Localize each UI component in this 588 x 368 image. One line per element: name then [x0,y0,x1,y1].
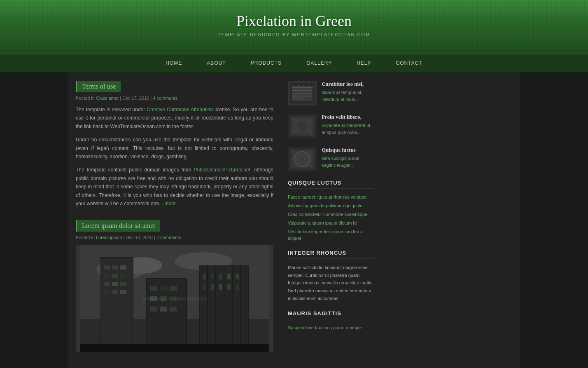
site-title: Pixelation in Green [0,12,588,30]
sidebar-thumb-3 [288,147,317,171]
post-comments-terms[interactable]: 4 comments [153,96,177,101]
svg-rect-9 [120,265,126,270]
svg-rect-66 [298,122,306,130]
main-content: Terms of use Posted in Class amet | Dec … [68,73,282,368]
svg-rect-45 [227,284,231,290]
svg-rect-23 [170,286,177,291]
sidebar-mauris-links: Suspendisse faucibus purus a neque [288,324,374,331]
site-subtitle: TEMPLATE DESIGNED BY WEBTEMPLATEOCEAN.CO… [0,32,588,37]
svg-rect-55 [292,96,313,96]
svg-point-60 [310,84,312,86]
sidebar-item-2-link1[interactable]: vulputate ac hendrerit ut, [322,122,374,129]
svg-rect-38 [211,274,214,279]
sidebar-item-2-title: Proin velit libero, [322,114,374,120]
post-comments-lorem[interactable]: 2 comments [156,235,181,240]
svg-rect-47 [80,344,269,352]
sidebar-item-3-title: Quisque luctus [322,147,374,153]
svg-rect-22 [160,286,167,291]
sidebar-item-3-link1[interactable]: sem suscipit purus [322,155,374,162]
quisque-link-2[interactable]: Adipiscing gravida pulvinar eget justo [288,203,363,208]
quisque-link-5[interactable]: Vestibulum imperdiet accumsan leo a aliq… [288,229,363,241]
svg-rect-37 [203,274,206,279]
sidebar-item-2-text: Proin velit libero, vulputate ac hendrer… [322,114,374,136]
svg-rect-28 [160,307,167,312]
nav-about[interactable]: ABOUT [194,54,238,72]
sidebar-item-3-link2[interactable]: sagittis feugiat... [322,162,374,169]
svg-rect-46 [236,284,239,290]
sidebar-item-2-link2[interactable]: tempus quis nulla... [322,129,374,136]
sidebar-section-quisque-title: QUISQUE LUCTUS [288,180,374,189]
svg-text:www.thepcmanwebsite.com: www.thepcmanwebsite.com [141,295,208,302]
svg-point-57 [295,84,297,86]
svg-point-59 [305,84,307,86]
svg-rect-42 [203,284,206,290]
sidebar-item-3: Quisque luctus sem suscipit purus sagitt… [288,147,374,171]
svg-rect-16 [104,290,110,294]
svg-rect-10 [104,274,110,278]
sidebar-integer-text: Mauris sollicitudin tincidunt magna vita… [288,264,374,302]
svg-rect-29 [170,307,177,312]
nav-gallery[interactable]: GALLERY [294,54,344,72]
svg-rect-40 [227,274,231,279]
svg-rect-56 [292,98,304,99]
svg-rect-27 [150,307,157,312]
sidebar-item-1-text: Curabitur leo nisl, blandit at tempus at… [322,81,374,103]
post-image-lorem: www.thepcmanwebsite.com [76,245,273,352]
svg-rect-8 [112,265,118,270]
svg-rect-21 [150,286,157,291]
nav-help[interactable]: HELP [344,54,383,72]
post-body-terms: The template is released under Creative … [76,105,273,208]
sidebar-section-integer-title: INTEGER RHONCUS [288,250,374,259]
svg-rect-17 [112,290,118,294]
post-lorem-ipsum: Lorem ipsum dolor sit amet Posted in Lor… [76,220,273,352]
sidebar-item-1-title: Curabitur leo nisl, [322,81,374,87]
svg-rect-14 [112,282,118,286]
post-category-lorem[interactable]: Lorem ipsum [96,235,122,240]
svg-rect-12 [120,274,126,278]
sidebar-item-3-text: Quisque luctus sem suscipit purus sagitt… [322,147,374,169]
sidebar-item-2: Proin velit libero, vulputate ac hendrer… [288,114,374,138]
post-title-lorem: Lorem ipsum dolor sit amet [76,220,160,232]
svg-rect-11 [112,274,118,278]
svg-rect-43 [211,284,214,290]
svg-rect-52 [292,87,313,88]
post-category-terms[interactable]: Class amet [96,96,119,101]
sidebar-section-mauris-title: MAURIS SAGITTIS [288,310,374,319]
svg-point-58 [300,84,302,86]
svg-rect-41 [236,274,239,279]
post-terms-of-use: Terms of use Posted in Class amet | Dec … [76,81,273,208]
sidebar-item-1: Curabitur leo nisl, blandit at tempus at… [288,81,374,105]
sidebar: Curabitur leo nisl, blandit at tempus at… [282,73,380,368]
pdp-link[interactable]: PublicDomainPictures.net [194,167,250,173]
svg-rect-15 [120,282,126,286]
quisque-link-4[interactable]: Vulputate aliquam ipsum dictum id [288,220,357,225]
sidebar-item-1-link2[interactable]: interdum at risus... [322,96,374,103]
sidebar-item-1-link1[interactable]: blandit at tempus at, [322,89,374,96]
post-meta-lorem: Posted in Lorem ipsum | Dec 18, 2010 | 2… [76,235,273,240]
svg-rect-53 [292,90,313,91]
cc-link[interactable]: Creative Commons Attribution [147,107,213,113]
quisque-link-3[interactable]: Cras consectetur commode scelerisque [288,212,367,217]
nav-products[interactable]: PRODUCTS [238,54,294,72]
quisque-link-1[interactable]: Fusce laoreet ligula at rhoncus volutpat [288,195,366,199]
site-header: Pixelation in Green TEMPLATE DESIGNED BY… [0,0,588,54]
svg-rect-39 [219,274,222,279]
post-title-terms: Terms of use [76,81,121,92]
sidebar-thumb-2 [288,114,317,138]
svg-rect-54 [292,93,313,94]
svg-rect-6 [101,258,133,351]
sidebar-thumb-1 [288,81,317,105]
svg-rect-13 [104,282,110,286]
svg-rect-7 [104,265,110,270]
main-nav: HOME ABOUT PRODUCTS GALLERY HELP CONTACT [0,54,588,73]
nav-home[interactable]: HOME [153,54,194,72]
mauris-link-1[interactable]: Suspendisse faucibus purus a neque [288,325,362,330]
svg-rect-44 [219,284,222,290]
post-meta-terms: Posted in Class amet | Dec 17, 2010 | 4 … [76,96,273,101]
nav-contact[interactable]: CONTACT [384,54,435,72]
more-link-terms[interactable]: more [164,201,175,206]
sidebar-quisque-links: Fusce laoreet ligula at rhoncus volutpat… [288,194,374,241]
svg-rect-18 [120,290,126,294]
